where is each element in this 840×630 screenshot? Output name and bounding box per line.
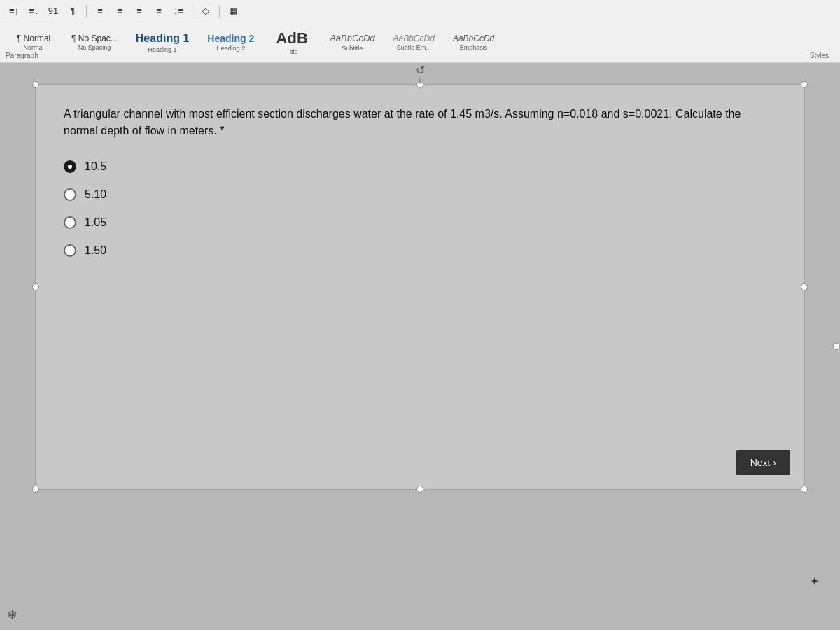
style-subtle-preview: AaBbCcDd (393, 34, 435, 43)
align-left-icon[interactable]: ≡ (92, 3, 108, 20)
radio-btn-4[interactable] (64, 244, 76, 257)
separator-3 (219, 5, 220, 18)
style-subtle-label: Subtle Em... (397, 44, 431, 51)
question-card: ↺ A triangular channel with most efficie… (35, 84, 805, 490)
pilcrow-icon[interactable]: ¶ (64, 3, 81, 20)
styles-section-label: Styles (810, 52, 829, 59)
main-content: ↺ A triangular channel with most efficie… (0, 63, 840, 630)
style-heading2[interactable]: Heading 2 Heading 2 (199, 30, 262, 55)
option-label-4: 1.50 (85, 244, 106, 257)
radio-btn-2[interactable] (64, 188, 76, 201)
radio-btn-3[interactable] (64, 216, 76, 229)
align-right-icon[interactable]: ≡ (131, 3, 148, 20)
shading-icon[interactable]: ◇ (197, 3, 214, 20)
resize-handle-middle-right[interactable] (801, 284, 808, 290)
style-emphasis-preview: AaBbCcDd (453, 34, 494, 43)
style-nospacing-label: No Spacing (78, 44, 111, 51)
resize-handle-bottom-left[interactable] (32, 486, 39, 493)
style-emphasis-label: Emphasis (460, 44, 488, 51)
style-subtle-emphasis[interactable]: AaBbCcDd Subtle Em... (385, 31, 443, 54)
rotate-handle[interactable]: ↺ (416, 64, 425, 84)
border-icon[interactable]: ▦ (225, 3, 241, 20)
resize-handle-top-left[interactable] (32, 81, 39, 88)
resize-handle-bottom-middle[interactable] (416, 486, 424, 493)
separator-1 (86, 5, 87, 18)
question-text: A triangular channel with most efficient… (64, 106, 776, 139)
style-normal-label: Normal (23, 44, 43, 51)
toolbar-icons-left: ≡↑ ≡↓ 91 ¶ ≡ ≡ ≡ ≡ ↕≡ ◇ ▦ (6, 3, 241, 20)
styles-row: ¶ Normal Normal ¶ No Spac... No Spacing … (0, 22, 840, 62)
snowflake-icon: ❄ (7, 608, 18, 622)
style-emphasis[interactable]: AaBbCcDd Emphasis (444, 31, 503, 54)
indent-decrease-icon[interactable]: ≡↑ (6, 3, 22, 20)
option-3[interactable]: 1.05 (64, 216, 776, 229)
style-heading1-preview: Heading 1 (136, 31, 189, 45)
number-list-icon[interactable]: 91 (45, 3, 62, 20)
option-4[interactable]: 1.50 (64, 244, 776, 257)
style-subtitle[interactable]: AaBbCcDd Subtitle (321, 30, 383, 55)
option-1[interactable]: 10.5 (64, 160, 776, 173)
style-no-spacing[interactable]: ¶ No Spac... No Spacing (63, 31, 126, 54)
toolbar: ≡↑ ≡↓ 91 ¶ ≡ ≡ ≡ ≡ ↕≡ ◇ ▦ ¶ Normal Norma… (0, 0, 840, 63)
indent-increase-icon[interactable]: ≡↓ (25, 3, 42, 20)
resize-handle-top-right[interactable] (801, 81, 808, 88)
next-button[interactable]: Next › (736, 450, 790, 475)
resize-handle-bottom-right[interactable] (801, 486, 808, 493)
paragraph-section-label: Paragraph (6, 52, 38, 59)
style-title-label: Title (286, 48, 298, 55)
option-label-1: 10.5 (85, 160, 106, 173)
pointer-icon: ✦ (810, 575, 819, 587)
radio-btn-1[interactable] (64, 160, 76, 173)
style-heading2-preview: Heading 2 (207, 33, 254, 45)
option-label-3: 1.05 (85, 216, 106, 229)
style-normal[interactable]: ¶ Normal Normal (6, 31, 62, 54)
option-label-2: 5.10 (85, 188, 106, 201)
option-2[interactable]: 5.10 (64, 188, 776, 201)
rotate-line (420, 77, 421, 84)
right-edge-handle[interactable] (833, 343, 840, 350)
style-heading1-label: Heading 1 (148, 46, 177, 53)
style-heading1[interactable]: Heading 1 Heading 1 (127, 29, 197, 55)
cursor-pointer: ✦ (810, 575, 819, 588)
rotate-icon[interactable]: ↺ (416, 64, 425, 77)
style-title[interactable]: AdB Title (264, 27, 320, 58)
align-center-icon[interactable]: ≡ (111, 3, 128, 20)
style-title-preview: AdB (276, 29, 308, 48)
style-subtitle-preview: AaBbCcDd (330, 33, 374, 44)
style-nospacing-preview: ¶ No Spac... (71, 34, 118, 43)
toolbar-top: ≡↑ ≡↓ 91 ¶ ≡ ≡ ≡ ≡ ↕≡ ◇ ▦ (0, 0, 840, 22)
cursor-area: ❄ (7, 608, 18, 623)
style-subtitle-label: Subtitle (342, 45, 363, 52)
resize-handle-middle-left[interactable] (32, 284, 39, 290)
separator-2 (192, 5, 192, 18)
style-heading2-label: Heading 2 (216, 45, 245, 52)
line-spacing-icon[interactable]: ↕≡ (170, 3, 187, 20)
options-container: 10.5 5.10 1.05 1.50 (64, 160, 776, 257)
style-normal-preview: ¶ Normal (17, 34, 50, 43)
justify-icon[interactable]: ≡ (150, 3, 167, 20)
